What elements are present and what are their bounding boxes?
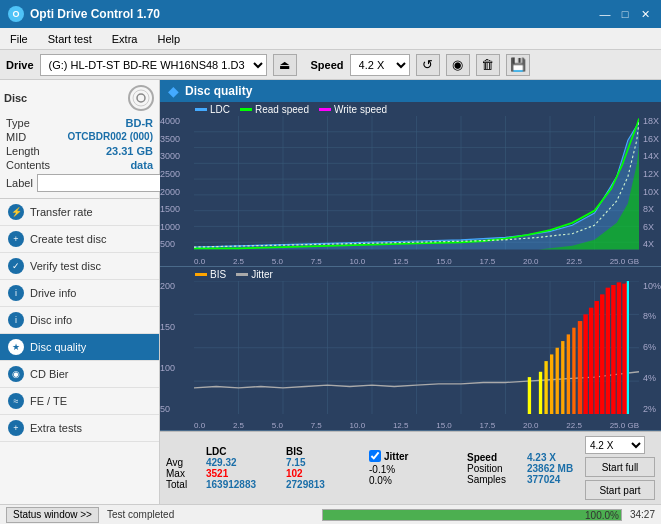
erase-button[interactable]: 🗑 <box>476 54 500 76</box>
disc-quality-label: Disc quality <box>30 341 86 353</box>
avg-jitter: -0.1% <box>369 464 459 475</box>
chart2: BIS Jitter 200 150 100 50 <box>160 267 661 432</box>
disc-label-row: Label 🔍 <box>4 172 155 194</box>
ldc-legend-label: LDC <box>210 104 230 115</box>
disc-section: Disc Type BD-R MID OTCBDR002 (000) Lengt… <box>0 80 159 199</box>
menu-start-test[interactable]: Start test <box>42 31 98 47</box>
start-full-button[interactable]: Start full <box>585 457 655 477</box>
sidebar-item-disc-info[interactable]: i Disc info <box>0 307 159 334</box>
app-title: Opti Drive Control 1.70 <box>30 7 160 21</box>
jitter-header: Jitter <box>369 450 459 462</box>
scan-button[interactable]: ◉ <box>446 54 470 76</box>
menu-help[interactable]: Help <box>151 31 186 47</box>
disc-mid-value: OTCBDR002 (000) <box>67 131 153 143</box>
svg-rect-39 <box>556 347 559 414</box>
position-value: 23862 MB <box>527 463 577 474</box>
svg-rect-49 <box>611 285 615 414</box>
menu-file[interactable]: File <box>4 31 34 47</box>
transfer-rate-label: Transfer rate <box>30 206 93 218</box>
title-bar-left: O Opti Drive Control 1.70 <box>8 6 160 22</box>
speed-select[interactable]: 4.2 X <box>350 54 410 76</box>
speed-dropdown[interactable]: 4.2 X <box>585 436 645 454</box>
eject-button[interactable]: ⏏ <box>273 54 297 76</box>
disc-length-value: 23.31 GB <box>106 145 153 157</box>
progress-bar: 100.0% <box>322 509 622 521</box>
sidebar-item-drive-info[interactable]: i Drive info <box>0 280 159 307</box>
svg-rect-35 <box>528 377 531 414</box>
sidebar-item-cd-bier[interactable]: ◉ CD Bier <box>0 361 159 388</box>
disc-type-label: Type <box>6 117 30 129</box>
svg-rect-36 <box>539 371 542 414</box>
samples-value: 377024 <box>527 474 577 485</box>
sidebar-item-extra-tests[interactable]: + Extra tests <box>0 415 159 442</box>
disc-label: Disc <box>4 92 27 104</box>
chart2-x-axis: 0.0 2.5 5.0 7.5 10.0 12.5 15.0 17.5 20.0… <box>194 421 639 430</box>
disc-mid-label: MID <box>6 131 26 143</box>
total-bis: 2729813 <box>286 479 356 490</box>
svg-rect-38 <box>550 354 553 414</box>
max-ldc: 3521 <box>206 468 286 479</box>
sidebar-item-create-test-disc[interactable]: + Create test disc <box>0 226 159 253</box>
max-label: Max <box>166 468 206 479</box>
progress-pct: 100.0% <box>585 510 619 522</box>
disc-icon <box>127 84 155 112</box>
legend-bis: BIS <box>195 269 226 280</box>
drive-select[interactable]: (G:) HL-DT-ST BD-RE WH16NS48 1.D3 <box>40 54 267 76</box>
start-part-button[interactable]: Start part <box>585 480 655 500</box>
disc-info-icon: i <box>8 312 24 328</box>
sidebar-item-fe-te[interactable]: ≈ FE / TE <box>0 388 159 415</box>
write-speed-legend-color <box>319 108 331 111</box>
svg-rect-48 <box>606 287 610 414</box>
svg-rect-46 <box>595 301 599 414</box>
samples-row: Samples 377024 <box>467 474 577 485</box>
max-jitter: 0.0% <box>369 475 459 486</box>
status-window-button[interactable]: Status window >> <box>6 507 99 523</box>
refresh-button[interactable]: ↺ <box>416 54 440 76</box>
svg-point-1 <box>137 94 145 102</box>
svg-rect-42 <box>572 327 575 414</box>
stats-header-row: LDC BIS <box>166 446 361 457</box>
disc-info-label: Disc info <box>30 314 72 326</box>
ldc-legend-color <box>195 108 207 111</box>
sidebar-item-transfer-rate[interactable]: ⚡ Transfer rate <box>0 199 159 226</box>
chart2-y-axis-right: 10% 8% 6% 4% 2% <box>641 267 661 415</box>
write-speed-legend-label: Write speed <box>334 104 387 115</box>
save-button[interactable]: 💾 <box>506 54 530 76</box>
speed-header: Speed <box>467 452 527 463</box>
sidebar-nav: ⚡ Transfer rate + Create test disc ✓ Ver… <box>0 199 159 504</box>
menu-extra[interactable]: Extra <box>106 31 144 47</box>
sidebar-item-disc-quality[interactable]: ★ Disc quality <box>0 334 159 361</box>
status-text: Test completed <box>107 509 174 520</box>
svg-rect-50 <box>617 282 621 414</box>
status-bar: Status window >> Test completed 100.0% 3… <box>0 504 661 524</box>
disc-quality-title: Disc quality <box>185 84 252 98</box>
read-speed-legend-label: Read speed <box>255 104 309 115</box>
jitter-checkbox[interactable] <box>369 450 381 462</box>
close-button[interactable]: ✕ <box>637 6 653 22</box>
create-test-disc-icon: + <box>8 231 24 247</box>
chart1-y-axis-right: 18X 16X 14X 12X 10X 8X 6X 4X <box>641 102 661 250</box>
samples-label: Samples <box>467 474 527 485</box>
content-area: ◆ Disc quality LDC Read speed <box>160 80 661 504</box>
speed-label: Speed <box>311 59 344 71</box>
extra-tests-icon: + <box>8 420 24 436</box>
maximize-button[interactable]: □ <box>617 6 633 22</box>
cd-bier-label: CD Bier <box>30 368 69 380</box>
svg-rect-44 <box>583 314 587 414</box>
position-row: Position 23862 MB <box>467 463 577 474</box>
sidebar-item-verify-test-disc[interactable]: ✓ Verify test disc <box>0 253 159 280</box>
extra-tests-label: Extra tests <box>30 422 82 434</box>
verify-test-disc-icon: ✓ <box>8 258 24 274</box>
disc-quality-header-icon: ◆ <box>168 83 179 99</box>
disc-contents-label: Contents <box>6 159 50 171</box>
disc-label-input[interactable] <box>37 174 170 192</box>
chart1-x-axis: 0.0 2.5 5.0 7.5 10.0 12.5 15.0 17.5 20.0… <box>194 257 639 266</box>
disc-mid-row: MID OTCBDR002 (000) <box>4 130 155 144</box>
drive-label: Drive <box>6 59 34 71</box>
svg-rect-37 <box>544 361 547 414</box>
svg-point-2 <box>133 90 149 106</box>
jitter-legend-color <box>236 273 248 276</box>
cd-bier-icon: ◉ <box>8 366 24 382</box>
minimize-button[interactable]: — <box>597 6 613 22</box>
disc-quality-header: ◆ Disc quality <box>160 80 661 102</box>
